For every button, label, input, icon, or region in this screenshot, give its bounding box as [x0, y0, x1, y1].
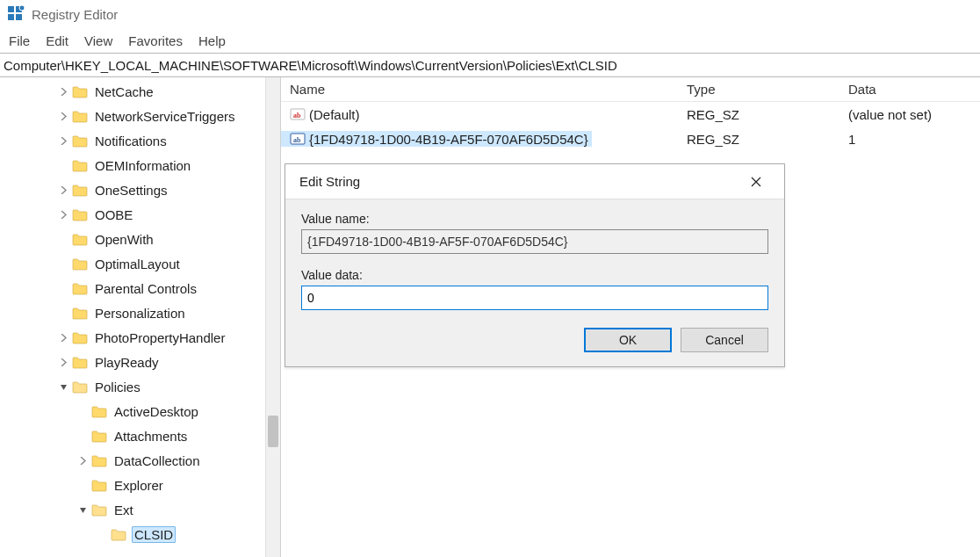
chevron-right-icon[interactable] [76, 453, 90, 467]
tree-item[interactable]: Parental Controls [0, 276, 280, 300]
close-icon[interactable] [739, 169, 774, 195]
chevron-right-icon[interactable] [56, 207, 70, 221]
tree-item[interactable]: OOBE [0, 202, 280, 227]
address-path: Computer\HKEY_LOCAL_MACHINE\SOFTWARE\Mic… [4, 58, 617, 73]
dialog-button-row: OK Cancel [301, 328, 768, 352]
chevron-none [56, 306, 70, 320]
tree-item-label: DataCollection [112, 453, 202, 468]
folder-icon [72, 110, 88, 123]
chevron-right-icon[interactable] [56, 355, 70, 369]
address-bar[interactable]: Computer\HKEY_LOCAL_MACHINE\SOFTWARE\Mic… [0, 53, 980, 77]
tree-item[interactable]: NetCache [0, 79, 280, 104]
folder-icon [91, 454, 107, 467]
regedit-app-icon [7, 5, 25, 23]
folder-icon [72, 208, 88, 221]
folder-icon [72, 134, 88, 148]
menu-edit[interactable]: Edit [46, 33, 68, 48]
folder-icon [91, 430, 107, 443]
tree-item[interactable]: Notifications [0, 128, 280, 153]
chevron-down-icon[interactable] [56, 380, 70, 394]
tree-item-label: Parental Controls [93, 281, 198, 296]
tree-item-label: OptimalLayout [93, 257, 182, 271]
edit-string-dialog: Edit String Value name: Value data: OK C… [285, 163, 785, 367]
cell-name: ab (Default) [281, 106, 687, 122]
tree-item-label: PlayReady [93, 355, 161, 370]
scrollbar-thumb[interactable] [268, 416, 278, 447]
folder-icon [72, 85, 88, 98]
value-data-field[interactable] [301, 286, 768, 310]
value-name-field[interactable] [301, 229, 768, 254]
tree-item[interactable]: NetworkServiceTriggers [0, 104, 280, 128]
chevron-right-icon[interactable] [56, 330, 70, 344]
col-header-type[interactable]: Type [687, 82, 848, 97]
tree-item[interactable]: ActiveDesktop [0, 399, 280, 423]
chevron-none [56, 232, 70, 246]
tree-item[interactable]: OptimalLayout [0, 251, 280, 276]
cancel-button[interactable]: Cancel [681, 328, 768, 352]
menu-view[interactable]: View [84, 33, 112, 48]
menu-file[interactable]: File [9, 33, 30, 48]
chevron-none [56, 158, 70, 172]
menubar: File Edit View Favorites Help [0, 28, 980, 53]
list-row[interactable]: ab {1FD49718-1D00-4B19-AF5F-070AF6D5D54C… [281, 127, 980, 151]
tree-item[interactable]: PlayReady [0, 350, 280, 374]
tree-item[interactable]: Attachments [0, 423, 280, 448]
chevron-right-icon[interactable] [56, 134, 70, 148]
tree-item[interactable]: Explorer [0, 473, 280, 497]
main-area: NetCache NetworkServiceTriggers Notifica… [0, 77, 980, 557]
chevron-none [56, 281, 70, 295]
tree-item-label: ActiveDesktop [112, 404, 200, 419]
chevron-none [76, 429, 90, 443]
app-title: Registry Editor [32, 7, 118, 22]
ok-button[interactable]: OK [584, 328, 672, 352]
value-name: {1FD49718-1D00-4B19-AF5F-070AF6D5D54C} [309, 132, 588, 147]
folder-icon [72, 159, 88, 172]
value-name-label: Value name: [301, 212, 768, 226]
svg-rect-3 [16, 14, 22, 20]
tree-item[interactable]: OEMInformation [0, 153, 280, 177]
tree-item[interactable]: Policies [0, 374, 280, 399]
tree-item[interactable]: OpenWith [0, 227, 280, 251]
folder-icon [72, 257, 88, 271]
tree-item-label: Explorer [112, 478, 165, 493]
value-list[interactable]: ab (Default)REG_SZ(value not set) ab {1F… [281, 102, 980, 151]
cell-data: 1 [848, 132, 980, 147]
folder-icon [91, 479, 107, 492]
folder-icon [72, 331, 88, 344]
menu-help[interactable]: Help [198, 33, 226, 48]
tree-item[interactable]: PhotoPropertyHandler [0, 325, 280, 350]
col-header-name[interactable]: Name [281, 82, 687, 97]
chevron-right-icon[interactable] [56, 109, 70, 123]
string-value-icon: ab [290, 131, 306, 147]
svg-point-4 [19, 5, 25, 11]
titlebar: Registry Editor [0, 0, 980, 28]
tree-item[interactable]: Personalization [0, 300, 280, 325]
registry-tree[interactable]: NetCache NetworkServiceTriggers Notifica… [0, 77, 280, 546]
list-row[interactable]: ab (Default)REG_SZ(value not set) [281, 102, 980, 127]
folder-icon [72, 307, 88, 320]
tree-item-label: Ext [112, 503, 135, 517]
chevron-none [76, 404, 90, 418]
chevron-right-icon[interactable] [56, 84, 70, 98]
dialog-body: Value name: Value data: OK Cancel [285, 199, 784, 366]
menu-favorites[interactable]: Favorites [128, 33, 183, 48]
col-header-data[interactable]: Data [848, 82, 980, 97]
chevron-none [76, 478, 90, 492]
tree-scrollbar[interactable] [265, 77, 280, 557]
tree-item-label: OneSettings [93, 183, 169, 198]
list-header: Name Type Data [281, 77, 980, 102]
tree-pane: NetCache NetworkServiceTriggers Notifica… [0, 77, 281, 557]
tree-item[interactable]: OneSettings [0, 177, 280, 202]
dialog-titlebar[interactable]: Edit String [285, 164, 784, 199]
svg-text:ab: ab [293, 136, 301, 144]
chevron-down-icon[interactable] [76, 503, 90, 517]
tree-item[interactable]: CLSID [0, 522, 280, 546]
tree-item[interactable]: DataCollection [0, 448, 280, 473]
chevron-right-icon[interactable] [56, 183, 70, 197]
tree-item-label: NetCache [93, 84, 155, 99]
tree-item-label: OpenWith [93, 232, 155, 247]
value-name: (Default) [309, 107, 360, 122]
tree-item[interactable]: Ext [0, 497, 280, 522]
svg-rect-0 [8, 6, 14, 12]
svg-text:ab: ab [293, 112, 301, 119]
